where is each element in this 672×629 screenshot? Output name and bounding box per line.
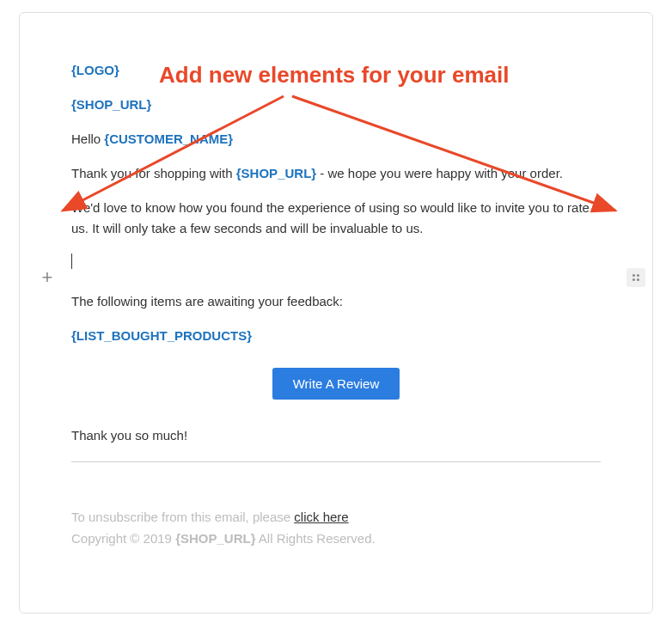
products-list-line[interactable]: {LIST_BOUGHT_PRODUCTS} xyxy=(71,326,601,346)
logo-placeholder-line[interactable]: {LOGO} xyxy=(71,60,601,81)
greeting-line[interactable]: Hello {CUSTOMER_NAME} xyxy=(71,129,601,150)
drag-handle[interactable] xyxy=(626,268,645,287)
shop-url-line[interactable]: {SHOP_URL} xyxy=(71,95,601,115)
thank-you-line[interactable]: Thank you for shopping with {SHOP_URL} -… xyxy=(71,163,601,184)
text-cursor-icon xyxy=(71,253,72,269)
unsubscribe-link[interactable]: click here xyxy=(294,510,348,524)
invite-text: We'd love to know how you found the expe… xyxy=(71,200,590,235)
awaiting-feedback-text: The following items are awaiting your fe… xyxy=(71,294,343,308)
copyright-line[interactable]: Copyright © 2019 {SHOP_URL} All Rights R… xyxy=(71,531,601,546)
section-divider xyxy=(71,461,601,462)
thanks-closing-text: Thank you so much! xyxy=(71,428,187,443)
thank-you-suffix: - we hope you were happy with your order… xyxy=(316,166,563,180)
thank-you-prefix: Thank you for shopping with xyxy=(71,166,236,180)
customer-name-token: {CUSTOMER_NAME} xyxy=(104,131,233,146)
plus-icon: + xyxy=(42,266,53,289)
unsubscribe-line[interactable]: To unsubscribe from this email, please c… xyxy=(71,510,601,524)
email-content-area: + {LOGO} {SHOP_URL} Hello {CUSTOMER_NAME… xyxy=(71,60,601,546)
invite-text-line[interactable]: We'd love to know how you found the expe… xyxy=(71,198,601,239)
copyright-prefix: Copyright © 2019 xyxy=(71,531,175,546)
write-review-button[interactable]: Write A Review xyxy=(272,368,400,400)
email-editor-container: + {LOGO} {SHOP_URL} Hello {CUSTOMER_NAME… xyxy=(19,12,653,614)
logo-token: {LOGO} xyxy=(71,63,119,77)
thanks-closing-line[interactable]: Thank you so much! xyxy=(71,425,601,446)
shop-url-inline-token: {SHOP_URL} xyxy=(236,166,316,180)
unsubscribe-prefix: To unsubscribe from this email, please xyxy=(71,510,294,524)
greeting-prefix: Hello xyxy=(71,131,104,146)
shop-url-token: {SHOP_URL} xyxy=(71,97,151,112)
add-element-button[interactable]: + xyxy=(37,267,58,288)
cta-wrapper: Write A Review xyxy=(71,368,601,400)
awaiting-feedback-line[interactable]: The following items are awaiting your fe… xyxy=(71,291,601,312)
list-products-token: {LIST_BOUGHT_PRODUCTS} xyxy=(71,328,252,343)
copyright-suffix: All Rights Reserved. xyxy=(255,531,375,546)
active-edit-line[interactable] xyxy=(71,253,601,270)
copyright-shop-token: {SHOP_URL} xyxy=(175,531,255,546)
